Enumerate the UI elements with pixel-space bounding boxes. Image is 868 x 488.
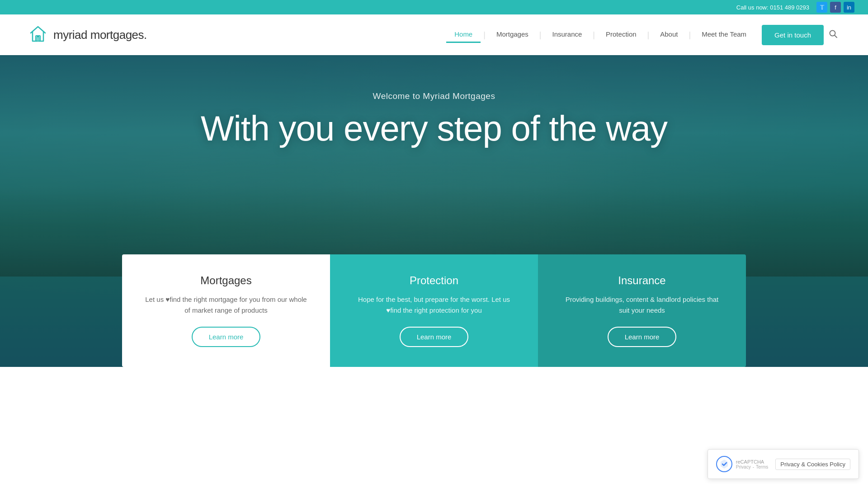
header: myriad mortgages. Home | Mortgages | Ins…	[0, 14, 868, 55]
social-icons: 𝕋 f in	[816, 2, 854, 13]
phone-number: Call us now: 0151 489 0293	[736, 4, 809, 11]
protection-card-title: Protection	[410, 274, 458, 287]
logo[interactable]: myriad mortgages.	[27, 23, 147, 47]
twitter-icon[interactable]: 𝕋	[816, 2, 827, 13]
hero-title: With you every step of the way	[201, 109, 667, 148]
insurance-learn-more-button[interactable]: Learn more	[608, 327, 677, 347]
protection-learn-more-button[interactable]: Learn more	[400, 327, 469, 347]
logo-icon	[27, 23, 49, 47]
get-in-touch-button[interactable]: Get in touch	[762, 25, 824, 45]
protection-card-desc: Hope for the best, but prepare for the w…	[352, 294, 516, 316]
recaptcha-label: reCAPTCHA	[736, 459, 768, 465]
protection-card: Protection Hope for the best, but prepar…	[330, 254, 538, 367]
nav-divider-3: |	[593, 30, 595, 40]
logo-text: myriad mortgages.	[53, 28, 147, 42]
linkedin-icon[interactable]: in	[844, 2, 854, 13]
nav-mortgages[interactable]: Mortgages	[488, 27, 537, 43]
mortgages-card: Mortgages Let us ♥find the right mortgag…	[122, 254, 330, 367]
facebook-icon[interactable]: f	[830, 2, 841, 13]
recaptcha-icon	[716, 456, 732, 472]
nav-divider-4: |	[647, 30, 650, 40]
insurance-card-title: Insurance	[618, 274, 665, 287]
insurance-card: Insurance Providing buildings, content &…	[538, 254, 746, 367]
mortgages-learn-more-button[interactable]: Learn more	[192, 327, 261, 347]
search-button[interactable]	[826, 26, 841, 44]
nav-protection[interactable]: Protection	[598, 27, 645, 43]
mortgages-card-desc: Let us ♥find the right mortgage for you …	[144, 294, 308, 316]
privacy-cookies-button[interactable]: Privacy & Cookies Policy	[775, 459, 850, 470]
nav-insurance[interactable]: Insurance	[544, 27, 590, 43]
nav-divider-1: |	[483, 30, 486, 40]
nav: Home | Mortgages | Insurance | Protectio…	[446, 25, 841, 45]
cookie-bar: reCAPTCHA Privacy - Terms Privacy & Cook…	[708, 449, 859, 479]
insurance-card-desc: Providing buildings, content & landlord …	[560, 294, 724, 316]
nav-home[interactable]: Home	[446, 27, 481, 43]
nav-divider-2: |	[539, 30, 542, 40]
mortgages-card-title: Mortgages	[200, 274, 251, 287]
recaptcha-badge: reCAPTCHA Privacy - Terms	[716, 456, 768, 472]
recaptcha-links: Privacy - Terms	[736, 465, 768, 469]
nav-divider-5: |	[689, 30, 691, 40]
hero-section: Welcome to Myriad Mortgages With you eve…	[0, 55, 868, 367]
nav-meet-the-team[interactable]: Meet the Team	[693, 27, 755, 43]
nav-about[interactable]: About	[652, 27, 686, 43]
hero-content: Welcome to Myriad Mortgages With you eve…	[201, 55, 667, 148]
cards-row: Mortgages Let us ♥find the right mortgag…	[122, 254, 746, 367]
hero-subtitle: Welcome to Myriad Mortgages	[201, 91, 667, 101]
top-bar: Call us now: 0151 489 0293 𝕋 f in	[0, 0, 868, 14]
